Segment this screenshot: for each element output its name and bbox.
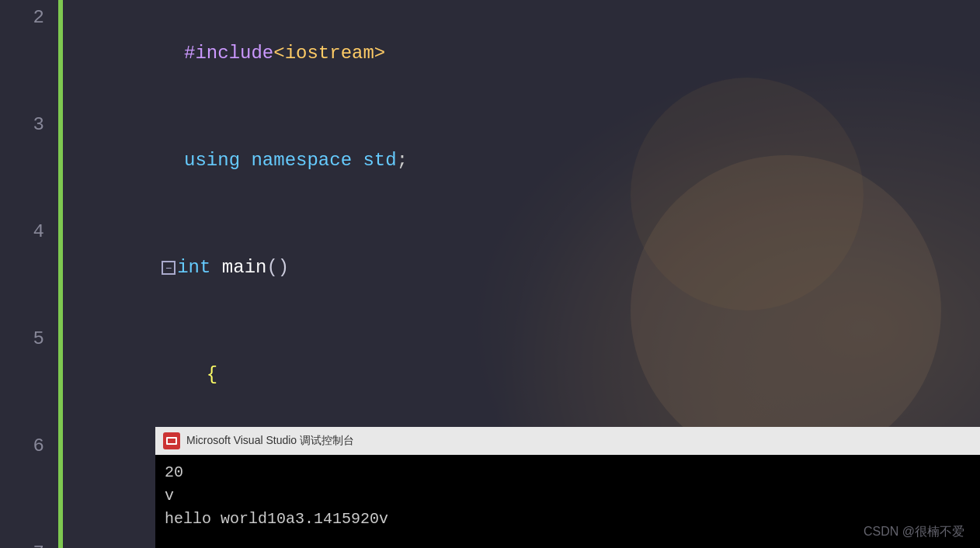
console-icon-inner [166, 437, 177, 445]
line-content-4: −int main() [63, 214, 289, 321]
line-number-7: 7 [0, 536, 58, 548]
console-overlay: Microsoft Visual Studio 调试控制台 20 v hello… [155, 427, 980, 548]
include-kw: #include [162, 43, 273, 64]
line-content-2: #include<iostream> [63, 0, 385, 107]
int-kw-4: int [177, 257, 210, 278]
code-line-2: 2 #include<iostream> [0, 0, 980, 107]
parens-4: () [266, 257, 289, 278]
fold-indicator-4[interactable]: − [162, 261, 175, 275]
line-number-4: 4 [0, 214, 58, 250]
console-titlebar: Microsoft Visual Studio 调试控制台 [155, 427, 980, 455]
console-title: Microsoft Visual Studio 调试控制台 [186, 434, 354, 448]
using-kw: using namespace std [162, 150, 396, 171]
line-number-3: 3 [0, 107, 58, 143]
code-line-5: 5 { [0, 321, 980, 428]
line-number-5: 5 [0, 321, 58, 357]
line-number-2: 2 [0, 0, 58, 36]
watermark: CSDN @很楠不爱 [864, 524, 964, 540]
editor-area: 2 #include<iostream> 3 using namespace s… [0, 0, 980, 548]
line-content-5: { [63, 321, 217, 428]
code-line-4: 4 −int main() [0, 214, 980, 321]
main-fn: main [222, 257, 267, 278]
semi-3: ; [397, 150, 408, 171]
indent-5 [162, 364, 207, 385]
space-4 [210, 257, 221, 278]
console-output-1: 20 [165, 461, 971, 484]
open-brace: { [207, 364, 217, 385]
console-body: 20 v hello world10a3.1415920v [155, 455, 980, 548]
console-icon [163, 432, 180, 449]
line-number-6: 6 [0, 428, 58, 464]
line-content-3: using namespace std; [63, 107, 408, 214]
code-line-3: 3 using namespace std; [0, 107, 980, 214]
console-output-2: v [165, 484, 971, 508]
console-output-3: hello world10a3.1415920v [165, 508, 971, 531]
iostream-token: <iostream> [273, 43, 385, 64]
